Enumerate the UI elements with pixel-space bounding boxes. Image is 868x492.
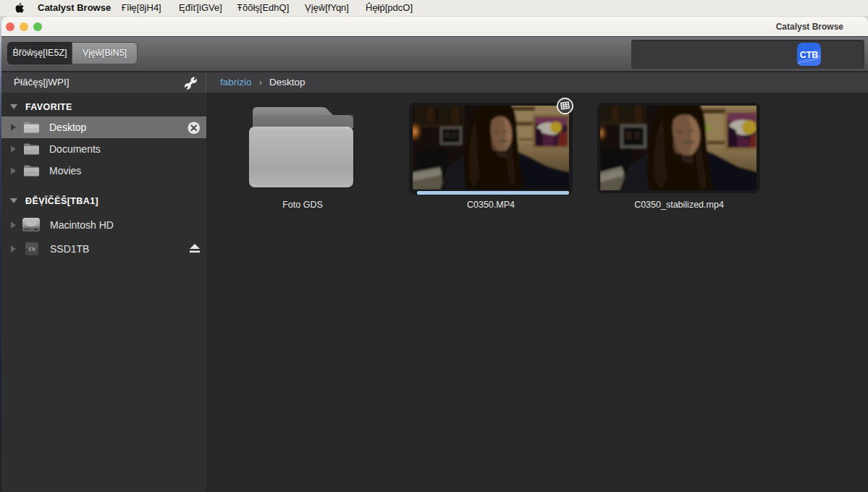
svg-text:CTB: CTB (800, 50, 819, 60)
